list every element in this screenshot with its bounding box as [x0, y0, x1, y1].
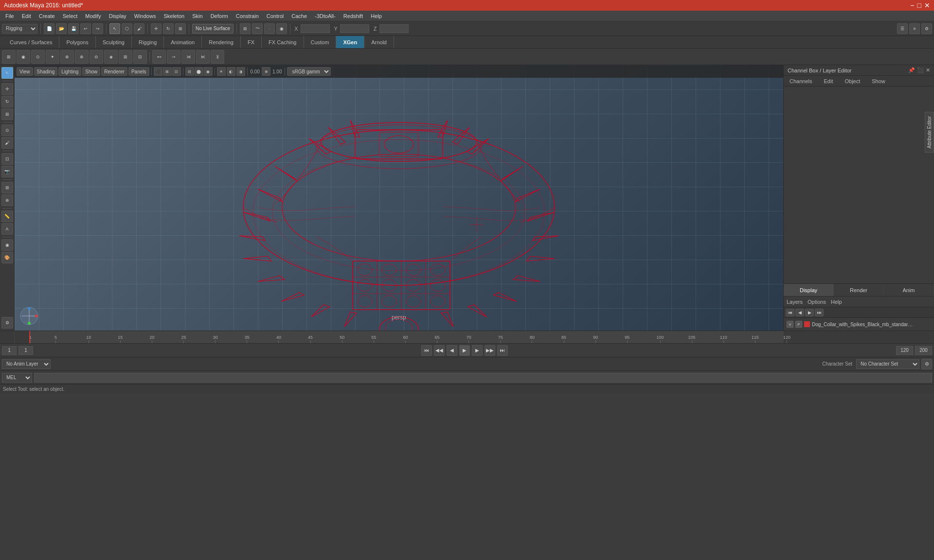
camera-btn[interactable]: 📷	[1, 166, 13, 177]
soft-select-btn[interactable]: ⊙	[1, 124, 13, 136]
move-tool-btn[interactable]: ✛	[151, 23, 162, 34]
grid-btn[interactable]: ⊞	[1, 182, 13, 193]
end-frame-input[interactable]	[915, 346, 932, 355]
menu-cache[interactable]: Cache	[288, 12, 310, 20]
vp-icon-cam[interactable]: ⬛	[154, 67, 162, 76]
tab-sculpting[interactable]: Sculpting	[96, 36, 132, 48]
menu-redshift[interactable]: Redshift	[340, 12, 366, 20]
shelf-icon-1[interactable]: ⊠	[2, 50, 16, 64]
menu-3dtoall[interactable]: -3DtoAll-	[311, 12, 339, 20]
tab-rigging[interactable]: Rigging	[132, 36, 164, 48]
snap-point-btn[interactable]: ·	[264, 23, 275, 34]
menu-windows[interactable]: Windows	[131, 12, 160, 20]
tab-custom[interactable]: Custom	[304, 36, 337, 48]
range-start-input[interactable]	[2, 346, 17, 355]
redo-btn[interactable]: ↪	[92, 23, 103, 34]
tab-fx[interactable]: FX	[241, 36, 262, 48]
vp-lighting-menu[interactable]: Lighting	[58, 67, 81, 76]
new-scene-btn[interactable]: 📄	[44, 23, 54, 34]
play-prev-frame-btn[interactable]: ◀	[447, 345, 457, 356]
color-btn[interactable]: 🎨	[1, 252, 13, 263]
vp-icon-light[interactable]: ☀	[217, 67, 226, 76]
tool-settings-btn[interactable]: ⚙	[921, 23, 932, 34]
tab-curves-surfaces[interactable]: Curves / Surfaces	[3, 36, 59, 48]
layers-sub-tab[interactable]: Layers	[787, 299, 803, 305]
vp-renderer-menu[interactable]: Renderer	[101, 67, 127, 76]
shelf-icon-5[interactable]: ⊕	[60, 50, 74, 64]
paint-skin-btn[interactable]: 🖌	[1, 137, 13, 149]
shelf-icon-13[interactable]: ⋊	[181, 50, 195, 64]
play-last-btn[interactable]: ⏭	[497, 345, 508, 356]
maximize-btn[interactable]: □	[917, 1, 921, 9]
channel-box-btn[interactable]: ☰	[897, 23, 908, 34]
play-first-btn[interactable]: ⏮	[421, 345, 432, 356]
mode-select[interactable]: Rigging Modeling Animation	[2, 24, 37, 34]
vp-icon-multi[interactable]: ⊞	[163, 67, 172, 76]
vp-icon-solid[interactable]: ⬤	[195, 67, 203, 76]
show-tab[interactable]: Show	[868, 77, 889, 85]
play-prev-key-btn[interactable]: ◀◀	[434, 345, 445, 356]
shelf-icon-7[interactable]: ⊖	[90, 50, 103, 64]
current-frame-input[interactable]	[18, 346, 33, 355]
undo-btn[interactable]: ↩	[80, 23, 91, 34]
minimize-btn[interactable]: −	[910, 1, 914, 9]
paint-select-btn[interactable]: 🖌	[134, 23, 144, 34]
lasso-tool-btn[interactable]: ⬡	[122, 23, 132, 34]
layer-prev-btn[interactable]: ◀	[795, 309, 804, 316]
vp-panels-menu[interactable]: Panels	[128, 67, 149, 76]
close-btn[interactable]: ✕	[924, 1, 930, 9]
object-tab[interactable]: Object	[841, 77, 864, 85]
tab-fx-caching[interactable]: FX Caching	[262, 36, 304, 48]
vp-exposure-btn[interactable]: ⊕	[262, 67, 270, 76]
shelf-icon-9[interactable]: ⊞	[119, 50, 132, 64]
attr-editor-btn[interactable]: ≡	[909, 23, 920, 34]
shelf-icon-3[interactable]: ⊙	[31, 50, 45, 64]
vp-icon-single[interactable]: ⊡	[172, 67, 181, 76]
layer-vis-btn[interactable]: V	[787, 321, 793, 328]
menu-select[interactable]: Select	[59, 12, 81, 20]
vp-icon-wire[interactable]: ⊟	[185, 67, 194, 76]
tab-polygons[interactable]: Polygons	[59, 36, 95, 48]
tab-animation[interactable]: Animation	[164, 36, 202, 48]
cb-float-btn[interactable]: ⬛	[917, 67, 924, 73]
no-live-surface-btn[interactable]: No Live Surface	[192, 24, 234, 34]
settings-btn[interactable]: ⚙	[1, 317, 13, 329]
snap-curve-btn[interactable]: 〜	[252, 23, 263, 34]
menu-display[interactable]: Display	[106, 12, 130, 20]
menu-constrain[interactable]: Constrain	[233, 12, 262, 20]
snap-btn[interactable]: ⊕	[1, 194, 13, 206]
window-controls[interactable]: − □ ✕	[910, 1, 930, 9]
annotation-btn[interactable]: A	[1, 223, 13, 235]
layer-next-btn[interactable]: ▶	[805, 309, 814, 316]
options-sub-tab[interactable]: Options	[808, 299, 826, 305]
anim-layer-select[interactable]: No Anim Layer	[2, 359, 51, 369]
char-set-settings-btn[interactable]: ⚙	[921, 359, 932, 369]
tab-xgen[interactable]: XGen	[336, 36, 364, 48]
timeline[interactable]: 1510152025303540455055606570758085909510…	[0, 331, 934, 343]
vp-show-menu[interactable]: Show	[82, 67, 100, 76]
shelf-icon-12[interactable]: ⊸	[167, 50, 180, 64]
vp-view-menu[interactable]: View	[17, 67, 33, 76]
character-set-select[interactable]: No Character Set	[856, 359, 919, 369]
shelf-icon-10[interactable]: ⊟	[133, 50, 147, 64]
command-input[interactable]	[34, 373, 932, 383]
scale-mode-btn[interactable]: ⊞	[1, 108, 13, 120]
cb-close-btn[interactable]: ✕	[926, 67, 930, 73]
play-next-frame-btn[interactable]: ▶	[472, 345, 483, 356]
play-fwd-btn[interactable]: ▶	[459, 345, 470, 356]
menu-skeleton[interactable]: Skeleton	[160, 12, 188, 20]
snap-grid-btn[interactable]: ⊞	[240, 23, 251, 34]
x-input[interactable]	[301, 24, 330, 33]
vp-icon-shadow[interactable]: ◐	[227, 67, 235, 76]
shelf-icon-2[interactable]: ◉	[17, 50, 30, 64]
viewport[interactable]: View Shading Lighting Show Renderer Pane…	[15, 65, 783, 331]
vp-colorspace-select[interactable]: sRGB gamma	[287, 67, 331, 76]
range-end-input[interactable]	[896, 346, 913, 355]
display-tab[interactable]: Display	[784, 284, 834, 296]
play-next-key-btn[interactable]: ▶▶	[485, 345, 495, 356]
menu-file[interactable]: File	[2, 12, 18, 20]
channels-tab[interactable]: Channels	[786, 77, 816, 85]
shelf-icon-6[interactable]: ⊗	[75, 50, 89, 64]
shelf-icon-4[interactable]: ✦	[46, 50, 59, 64]
menu-edit[interactable]: Edit	[18, 12, 35, 20]
